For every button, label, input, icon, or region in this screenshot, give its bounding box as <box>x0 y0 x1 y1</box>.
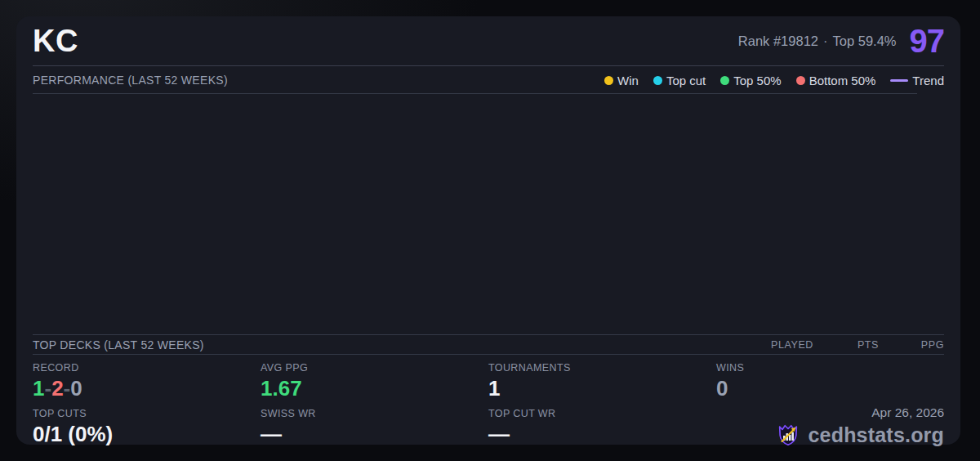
win-dot-icon <box>604 76 613 85</box>
stat-avg-ppg: AVG PPG 1.67 <box>261 355 488 401</box>
cedhstats-logo-icon <box>776 423 800 447</box>
stat-swiss-wr-label: SWISS WR <box>261 408 488 419</box>
rank-text: Rank #19812·Top 59.4% <box>738 34 897 49</box>
stat-avg-ppg-value: 1.67 <box>261 377 488 401</box>
legend-item-win: Win <box>604 74 639 87</box>
legend-label-top-cut: Top cut <box>666 74 706 87</box>
chart-legend: Win Top cut Top 50% Bottom 50% Trend <box>604 74 944 87</box>
record-wins: 1 <box>33 376 44 401</box>
stat-top-cut-wr-value: — <box>488 423 716 446</box>
top-percent-label: Top 59.4% <box>833 34 897 48</box>
stat-top-cuts-value: 0/1 (0%) <box>33 423 261 446</box>
legend-label-trend: Trend <box>912 74 944 87</box>
player-stats-card: KC Rank #19812·Top 59.4% 97 PERFORMANCE … <box>16 16 960 445</box>
top-cut-dot-icon <box>653 76 662 85</box>
stat-record-value: 1-2-0 <box>33 377 261 401</box>
rank-summary: Rank #19812·Top 59.4% 97 <box>738 25 944 57</box>
record-draws: 0 <box>70 376 82 401</box>
stat-wins: WINS 0 <box>716 355 944 401</box>
stat-swiss-wr: SWISS WR — <box>261 401 488 447</box>
performance-section-title: PERFORMANCE (LAST 52 WEEKS) <box>33 74 228 87</box>
column-header-ppg: PPG <box>879 339 944 351</box>
record-separator-1: - <box>44 376 51 401</box>
stat-swiss-wr-value: — <box>261 423 488 446</box>
stat-avg-ppg-label: AVG PPG <box>261 362 488 374</box>
trend-line-icon <box>890 79 908 82</box>
legend-item-trend: Trend <box>890 74 944 87</box>
legend-item-top-50: Top 50% <box>720 74 781 87</box>
rank-label: Rank #19812 <box>738 34 818 48</box>
stats-grid: RECORD 1-2-0 AVG PPG 1.67 TOURNAMENTS 1 … <box>33 355 944 447</box>
stat-tournaments-label: TOURNAMENTS <box>488 362 716 374</box>
top-decks-section-header: TOP DECKS (LAST 52 WEEKS) PLAYED PTS PPG <box>33 334 944 355</box>
stat-top-cut-wr: TOP CUT WR — <box>488 401 716 447</box>
stat-top-cuts-label: TOP CUTS <box>33 408 261 419</box>
stat-record: RECORD 1-2-0 <box>33 355 261 401</box>
performance-chart <box>33 94 944 334</box>
record-losses: 2 <box>51 376 63 401</box>
top-decks-column-headers: PLAYED PTS PPG <box>748 339 944 351</box>
stat-wins-value: 0 <box>716 377 944 401</box>
stat-tournaments-value: 1 <box>488 377 716 401</box>
top-decks-section-title: TOP DECKS (LAST 52 WEEKS) <box>33 338 204 351</box>
card-footer: Apr 26, 2026 cedhstats.org <box>716 401 944 447</box>
legend-label-bottom-50: Bottom 50% <box>809 74 876 87</box>
top-50-dot-icon <box>720 76 729 85</box>
stat-tournaments: TOURNAMENTS 1 <box>488 355 716 401</box>
legend-item-bottom-50: Bottom 50% <box>796 74 876 87</box>
column-header-pts: PTS <box>813 339 879 351</box>
stat-top-cut-wr-label: TOP CUT WR <box>488 408 716 419</box>
rank-separator: · <box>823 34 828 48</box>
bottom-50-dot-icon <box>796 76 805 85</box>
brand-link[interactable]: cedhstats.org <box>716 423 944 447</box>
record-separator-2: - <box>64 376 71 401</box>
performance-section-header: PERFORMANCE (LAST 52 WEEKS) Win Top cut … <box>33 66 944 94</box>
card-header: KC Rank #19812·Top 59.4% 97 <box>33 16 944 66</box>
legend-item-top-cut: Top cut <box>653 74 706 87</box>
page-title: KC <box>33 24 78 59</box>
stat-top-cuts: TOP CUTS 0/1 (0%) <box>33 401 261 447</box>
stat-record-label: RECORD <box>33 362 261 374</box>
legend-label-win: Win <box>617 74 639 87</box>
report-date: Apr 26, 2026 <box>716 405 944 420</box>
stat-wins-label: WINS <box>716 362 944 374</box>
score-value: 97 <box>910 25 945 57</box>
column-header-played: PLAYED <box>748 339 813 351</box>
brand-name: cedhstats.org <box>808 423 944 447</box>
legend-label-top-50: Top 50% <box>733 74 781 87</box>
